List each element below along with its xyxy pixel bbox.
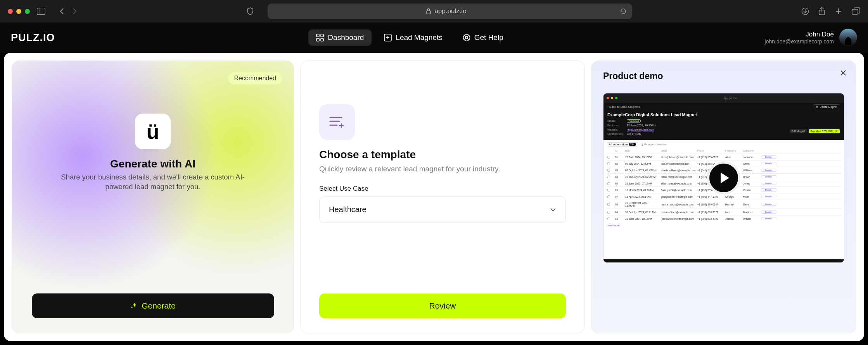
nav-get-help[interactable]: Get Help — [455, 29, 511, 46]
grid-icon — [316, 34, 324, 41]
user-email: john.doe@examplecorp.com — [765, 38, 834, 45]
select-value: Healthcare — [329, 205, 367, 214]
window-zoom[interactable] — [25, 9, 30, 14]
demo-chrome: app.pulz.io — [603, 93, 844, 103]
template-card-description: Quickly review a relevant lead magnet fo… — [319, 164, 513, 174]
window-controls — [8, 9, 30, 14]
downloads-icon[interactable] — [801, 7, 809, 15]
svg-rect-9 — [852, 9, 858, 14]
nav-label: Get Help — [474, 33, 503, 42]
share-icon[interactable] — [818, 7, 825, 16]
svg-rect-12 — [316, 38, 319, 41]
lock-icon — [426, 8, 431, 14]
user-menu[interactable]: John Doe john.doe@examplecorp.com — [765, 29, 857, 47]
svg-line-21 — [464, 38, 465, 40]
nav-back-icon[interactable] — [59, 8, 65, 15]
add-square-icon — [384, 34, 392, 41]
main-content: Recommended ü Generate with AI Share you… — [4, 53, 864, 341]
close-icon[interactable] — [840, 69, 847, 76]
ai-card-title: Generate with AI — [110, 158, 195, 170]
table-row: 0820 September 2023, 11:46AMhannah.davis… — [607, 200, 841, 209]
tabs-icon[interactable] — [852, 7, 860, 15]
table-row: 0122 June 2024, 10:15PMalicia.johnson@ex… — [607, 154, 841, 160]
use-case-label: Select Use Case — [319, 185, 566, 193]
browser-chrome: app.pulz.io — [0, 0, 868, 22]
svg-line-22 — [467, 38, 469, 40]
svg-rect-0 — [37, 8, 45, 15]
demo-back-link: ‹ Back to Lead Magnets — [607, 105, 640, 109]
review-button[interactable]: Review — [319, 293, 566, 318]
generate-button[interactable]: Generate — [32, 293, 274, 318]
address-bar[interactable]: app.pulz.io — [268, 3, 632, 19]
nav-label: Lead Magnets — [396, 33, 442, 42]
svg-line-19 — [464, 35, 465, 37]
template-card-title: Choose a template — [319, 148, 566, 161]
demo-meta: Status: Published Published: 22 June 202… — [607, 119, 840, 136]
avatar[interactable] — [839, 29, 857, 47]
play-button[interactable] — [707, 161, 740, 195]
demo-preview: app.pulz.io ‹ Back to Lead Magnets 🗑 Del… — [603, 93, 844, 263]
demo-title: ExampleCorp Digital Solutions Lead Magne… — [607, 112, 840, 117]
svg-line-20 — [467, 35, 469, 37]
svg-rect-2 — [427, 11, 431, 14]
window-minimize[interactable] — [16, 9, 21, 14]
ai-card-description: Share your business details, and we'll c… — [60, 172, 246, 192]
generate-ai-card: Recommended ü Generate with AI Share you… — [12, 60, 294, 333]
svg-rect-10 — [316, 34, 319, 37]
demo-url: app.pulz.io — [619, 97, 841, 100]
use-case-select[interactable]: Healthcare — [319, 197, 566, 223]
new-tab-icon[interactable] — [835, 7, 842, 15]
demo-export-action: Export as CSV, XML, etc — [809, 129, 840, 133]
reload-icon[interactable] — [620, 8, 627, 15]
table-row: 1023 June 2024, 10:15PMjessica.wilson@ex… — [607, 215, 841, 222]
chevron-down-icon — [550, 208, 556, 212]
demo-body: All submissions 234 🗑 Remove submission … — [603, 140, 844, 259]
url-text: app.pulz.io — [434, 7, 466, 15]
main-nav: Dashboard Lead Magnets Get Help — [308, 29, 511, 46]
sidebar-toggle-icon[interactable] — [37, 8, 45, 15]
nav-label: Dashboard — [328, 33, 364, 42]
svg-rect-11 — [321, 34, 323, 37]
svg-point-18 — [465, 36, 468, 39]
template-list-icon — [319, 104, 355, 140]
demo-remove-sub: 🗑 Remove submission — [641, 143, 667, 146]
demo-load-more: Load more — [607, 224, 841, 227]
window-close[interactable] — [8, 9, 13, 14]
help-icon — [463, 34, 470, 41]
recommended-badge: Recommended — [228, 72, 283, 85]
brand-logo[interactable]: PULZ.IO — [11, 32, 55, 44]
shield-icon[interactable] — [247, 7, 254, 15]
demo-tab-all: All submissions 234 — [607, 142, 638, 147]
demo-card-title: Product demo — [603, 71, 844, 81]
ai-logo-icon: ü — [135, 114, 171, 149]
sparkle-icon — [130, 302, 138, 310]
user-name: John Doe — [765, 31, 834, 38]
nav-lead-magnets[interactable]: Lead Magnets — [376, 29, 450, 46]
svg-rect-13 — [321, 38, 323, 41]
app-header: PULZ.IO Dashboard Lead Magnets Get Help … — [0, 22, 868, 53]
nav-dashboard[interactable]: Dashboard — [308, 29, 372, 46]
nav-forward-icon[interactable] — [72, 8, 77, 15]
table-row: 0930 October 2024, 06:11AMivan.martinez@… — [607, 209, 841, 215]
demo-delete-button: 🗑 Delete Magnet — [813, 104, 840, 109]
product-demo-card: Product demo app.pulz.io ‹ Back to Lead … — [591, 60, 856, 333]
template-card: Choose a template Quickly review a relev… — [300, 60, 585, 333]
demo-edit-action: Edit Magnet — [790, 129, 807, 133]
